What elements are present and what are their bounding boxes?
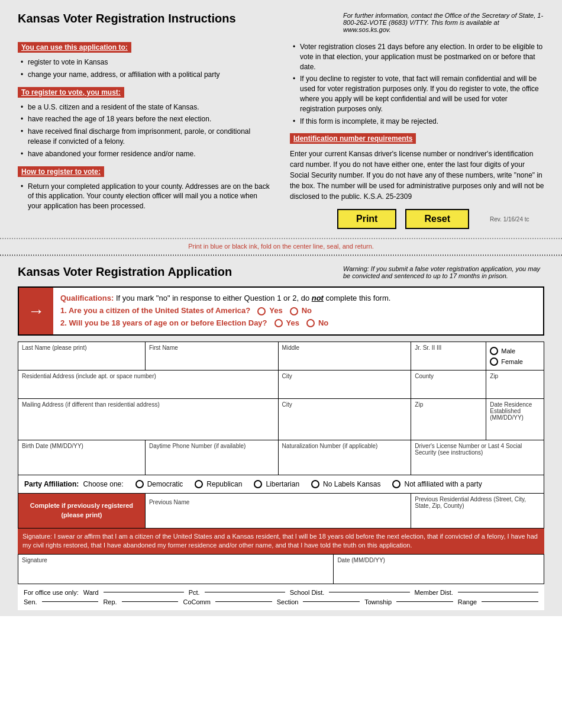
female-radio[interactable] — [490, 357, 498, 366]
instructions-title: Kansas Voter Registration Instructions — [18, 12, 236, 25]
male-option[interactable]: Male — [490, 347, 540, 355]
q2-yes-radio[interactable] — [274, 319, 283, 327]
school-dist-label: School Dist. — [290, 589, 325, 596]
gender-cell: Male Female — [486, 342, 544, 370]
qual-q1-row: 1. Are you a citizen of the United State… — [60, 305, 390, 317]
register-item-4: have abandoned your former residence and… — [21, 149, 272, 159]
jr-sr-input[interactable] — [415, 359, 482, 368]
first-name-input[interactable] — [149, 359, 274, 368]
naturalization-input[interactable] — [282, 458, 408, 466]
democratic-radio[interactable] — [135, 480, 144, 488]
school-dist-blank — [329, 592, 409, 592]
q1-yes-label: Yes — [269, 305, 282, 317]
male-label: Male — [501, 347, 515, 355]
county-cell: County — [411, 370, 486, 398]
no-labels-radio[interactable] — [311, 480, 319, 488]
qual-q1-yes[interactable]: Yes — [257, 305, 282, 317]
instructions-left: You can use this application to: registe… — [18, 42, 272, 229]
qual-q2-yes[interactable]: Yes — [274, 317, 299, 330]
birth-date-input[interactable] — [22, 458, 141, 466]
birth-date-label: Birth Date (MM/DD/YY) — [22, 443, 141, 449]
how-item-1: Return your completed application to you… — [21, 182, 272, 211]
date-residence-input[interactable] — [490, 429, 540, 437]
mailing-row: Mailing Address (if different than resid… — [18, 398, 544, 440]
qual-q1-no[interactable]: No — [290, 305, 312, 317]
first-name-label: First Name — [149, 344, 274, 351]
city-label: City — [282, 373, 408, 379]
prev-address-input[interactable] — [415, 517, 540, 526]
naturalization-cell: Naturalization Number (if applicable) — [278, 440, 411, 475]
male-radio[interactable] — [490, 347, 498, 355]
q1-no-radio[interactable] — [290, 307, 298, 315]
first-name-cell: First Name — [145, 342, 278, 370]
q1-yes-radio[interactable] — [257, 307, 266, 315]
date-sign-input[interactable] — [337, 572, 540, 580]
id-heading: Identification number requirements — [290, 133, 416, 144]
drivers-license-input[interactable] — [415, 464, 540, 472]
member-dist-blank — [458, 592, 538, 592]
office-use-section: For office use only: Ward Pct. School Di… — [18, 584, 544, 610]
q2-no-radio[interactable] — [306, 319, 315, 327]
party-row: Party Affiliation: Choose one: Democrati… — [18, 475, 544, 493]
form-table: Last Name (please print) First Name Midd… — [18, 342, 544, 529]
mailing-city-label: City — [282, 401, 408, 408]
office-use-label: For office use only: — [24, 589, 79, 596]
party-no-labels[interactable]: No Labels Kansas — [311, 480, 380, 488]
q1-no-label: No — [302, 305, 312, 317]
zip-label: Zip — [490, 373, 540, 379]
instructions-right: Voter registration closes 21 days before… — [290, 42, 544, 229]
prev-name-input[interactable] — [149, 514, 407, 522]
party-republican[interactable]: Republican — [195, 480, 242, 488]
no-labels-label: No Labels Kansas — [323, 480, 380, 488]
last-name-input[interactable] — [22, 359, 141, 368]
office-line-2: Sen. Rep. CoComm Section Township Range — [24, 598, 538, 605]
residential-address-label: Residential Address (include apt. or spa… — [22, 373, 274, 379]
county-input[interactable] — [415, 388, 482, 396]
city-input[interactable] — [282, 388, 408, 396]
party-democratic[interactable]: Democratic — [135, 480, 183, 488]
register-heading: To register to vote, you must: — [18, 87, 124, 98]
residential-address-input[interactable] — [22, 388, 274, 396]
middle-label: Middle — [282, 344, 408, 351]
signature-cell: Signature — [18, 554, 334, 584]
naturalization-label: Naturalization Number (if applicable) — [282, 443, 408, 449]
signature-input[interactable] — [22, 572, 330, 580]
not-affiliated-radio[interactable] — [392, 480, 400, 488]
county-label: County — [415, 373, 482, 379]
party-cell: Party Affiliation: Choose one: Democrati… — [18, 475, 544, 493]
cocomm-blank — [215, 601, 272, 602]
mailing-address-label: Mailing Address (if different than resid… — [22, 401, 274, 408]
middle-input[interactable] — [282, 359, 408, 368]
button-row: Print Reset Rev. 1/16/24 tc — [290, 209, 544, 229]
qual-q2-no[interactable]: No — [306, 317, 328, 330]
prev-reg-row: Complete if previously registered (pleas… — [18, 493, 544, 528]
reset-button[interactable]: Reset — [405, 209, 469, 229]
mailing-address-input[interactable] — [22, 416, 274, 424]
application-header: Kansas Voter Registration Application Wa… — [18, 265, 544, 279]
right-item-3: If this form is incomplete, it may be re… — [293, 117, 544, 127]
qual-bold-label: Qualifications: — [60, 294, 114, 302]
last-name-cell: Last Name (please print) — [18, 342, 146, 370]
qual-suffix: complete this form. — [326, 294, 391, 302]
libertarian-radio[interactable] — [254, 480, 262, 488]
township-blank — [396, 601, 453, 602]
qualifications-box: → Qualifications: If you mark "no" in re… — [18, 286, 544, 335]
mailing-zip-input[interactable] — [415, 416, 482, 424]
zip-input[interactable] — [490, 388, 540, 396]
residential-row: Residential Address (include apt. or spa… — [18, 370, 544, 398]
republican-radio[interactable] — [195, 480, 203, 488]
drivers-license-cell: Driver's License Number or Last 4 Social… — [411, 440, 544, 475]
mailing-address-cell: Mailing Address (if different than resid… — [18, 398, 279, 440]
party-not-affiliated[interactable]: Not affiliated with a party — [392, 480, 482, 488]
print-button[interactable]: Print — [337, 209, 396, 229]
mailing-city-cell: City — [278, 398, 411, 440]
instructions-section: Kansas Voter Registration Instructions F… — [0, 0, 562, 239]
female-option[interactable]: Female — [490, 357, 540, 366]
sen-label: Sen. — [24, 598, 37, 605]
jr-sr-label: Jr. Sr. II III — [415, 344, 482, 351]
phone-label: Daytime Phone Number (if available) — [149, 443, 274, 449]
mailing-city-input[interactable] — [282, 416, 408, 424]
phone-input[interactable] — [149, 458, 274, 466]
page: Kansas Voter Registration Instructions F… — [0, 0, 562, 616]
party-libertarian[interactable]: Libertarian — [254, 480, 299, 488]
